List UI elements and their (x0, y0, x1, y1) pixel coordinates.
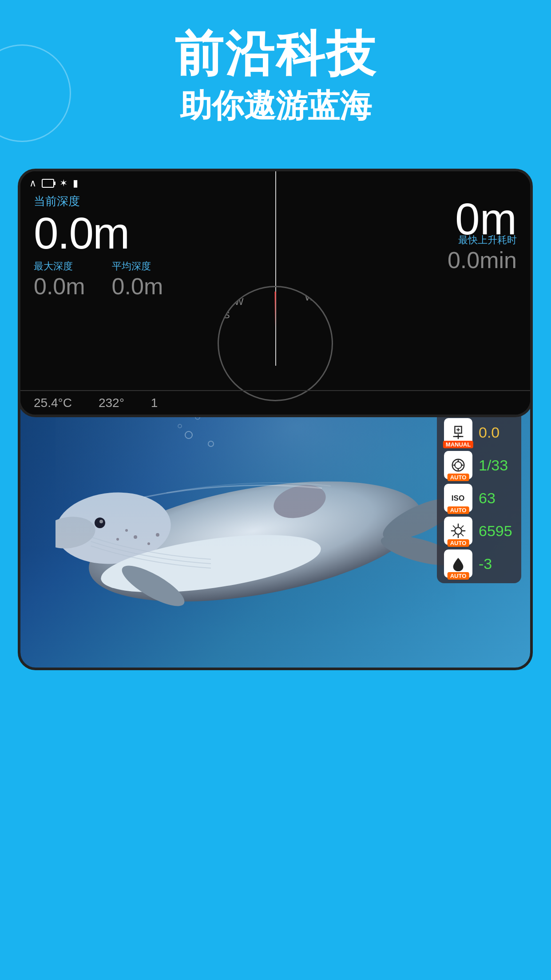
svg-point-27 (455, 462, 461, 468)
avg-depth-item: 平均深度 0.0m (112, 260, 163, 300)
status-arrow-icon: ∧ (29, 178, 36, 189)
exposure-badge: MANUAL (443, 441, 473, 448)
svg-line-37 (453, 534, 456, 536)
svg-line-36 (461, 526, 464, 528)
depth-meter-screen: ∧ ✶ ▮ 当前深度 0.0m 最大深度 0.0m 平均深度 0.0m (20, 171, 530, 415)
svg-text:ISO: ISO (452, 494, 464, 502)
compass-s-label: S (223, 309, 230, 321)
compass-needle (275, 292, 276, 327)
ascent-label: 最快上升耗时 (458, 233, 517, 247)
iso-value: 63 (479, 490, 514, 507)
avg-depth-label: 平均深度 (112, 260, 163, 273)
device-bottom-bar: 25.4°C 232° 1 (20, 391, 530, 415)
svg-line-35 (461, 534, 464, 536)
depth-meter-device: ∧ ✶ ▮ 当前深度 0.0m 最大深度 0.0m 平均深度 0.0m (18, 169, 533, 417)
tint-icon-box[interactable]: AUTO (444, 549, 472, 578)
tint-control-row[interactable]: AUTO -3 (444, 549, 514, 578)
iso-badge: AUTO (448, 506, 469, 514)
tint-value: -3 (479, 555, 514, 573)
svg-line-34 (453, 526, 456, 528)
status-phone-icon (42, 179, 54, 188)
compass-inner: SW W S (219, 287, 332, 400)
exposure-icon-box[interactable]: MANUAL (444, 418, 472, 447)
status-bluetooth-icon: ✶ (59, 178, 67, 189)
shutter-icon-box[interactable]: AUTO (444, 451, 472, 479)
header-title-line2: 助你遨游蓝海 (18, 85, 533, 127)
shutter-value: 1/33 (479, 457, 514, 474)
iso-control-row[interactable]: ISO AUTO 63 (444, 484, 514, 512)
compass-container: SW W S (218, 317, 333, 388)
wb-value: 6595 (479, 522, 514, 540)
wb-icon-box[interactable]: AUTO (444, 517, 472, 545)
wb-control-row[interactable]: AUTO 6595 (444, 517, 514, 545)
avg-depth-value: 0.0m (112, 273, 163, 300)
bearing-value: 232° (99, 396, 124, 410)
compass-circle: SW W S (218, 286, 333, 401)
shutter-icon (450, 457, 467, 474)
exposure-control-row[interactable]: MANUAL 0.0 (444, 418, 514, 447)
wb-icon (450, 522, 467, 539)
exposure-icon (450, 424, 467, 441)
third-stat-value: 1 (151, 396, 158, 410)
tint-icon (450, 555, 467, 572)
header-title-line1: 前沿科技 (18, 27, 533, 80)
max-depth-label: 最大深度 (34, 260, 85, 273)
iso-icon: ISO (450, 490, 467, 506)
temperature-value: 25.4°C (34, 396, 72, 410)
ascent-section: 最快上升耗时 0.0min (448, 233, 517, 273)
max-depth-item: 最大深度 0.0m (34, 260, 85, 300)
shutter-badge: AUTO (448, 474, 469, 481)
status-battery-icon: ▮ (73, 178, 78, 189)
svg-point-29 (455, 527, 461, 534)
compass-w-label: W (305, 292, 314, 303)
wb-badge: AUTO (448, 539, 469, 547)
shutter-control-row[interactable]: AUTO 1/33 (444, 451, 514, 479)
compass-sw-label: SW (228, 296, 243, 308)
header-section: 前沿科技 助你遨游蓝海 (0, 0, 551, 145)
iso-icon-box[interactable]: ISO AUTO (444, 484, 472, 512)
tint-badge: AUTO (448, 572, 469, 580)
exposure-value: 0.0 (479, 424, 514, 441)
max-depth-value: 0.0m (34, 273, 85, 300)
ascent-value: 0.0min (448, 247, 517, 273)
